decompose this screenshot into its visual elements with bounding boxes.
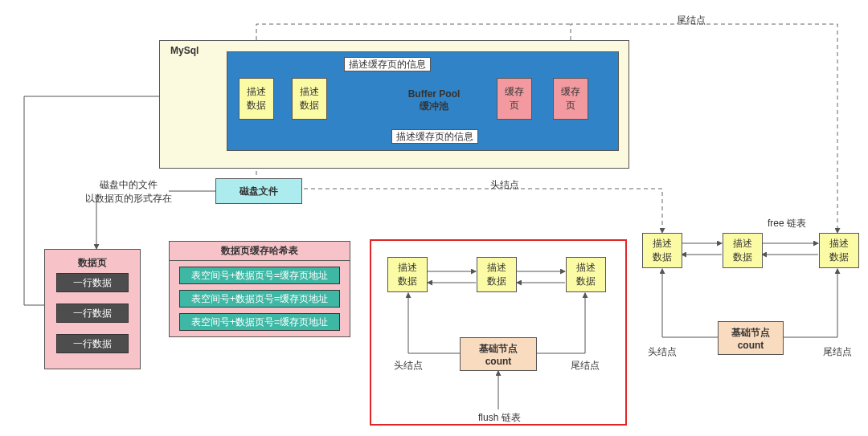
buffer-pool-title: Buffer Pool 缓冲池 xyxy=(370,84,498,116)
flush-base-node: 基础节点 count xyxy=(460,337,537,371)
disk-file-box: 磁盘文件 xyxy=(215,178,302,204)
flush-desc-2: 描述 数据 xyxy=(477,257,517,292)
mysql-title: MySql xyxy=(170,45,199,56)
desc-info-bottom: 描述缓存页的信息 xyxy=(391,129,478,144)
flush-base-node-l1: 基础节点 xyxy=(479,342,518,356)
hash-entry-1: 表空间号+数据页号=缓存页地址 xyxy=(179,267,340,284)
data-page-title: 数据页 xyxy=(78,256,107,270)
flush-tail-label: 尾结点 xyxy=(571,359,600,373)
head-node-label: 头结点 xyxy=(490,178,519,192)
desc-data-2: 描述 数据 xyxy=(292,78,327,120)
data-row-1: 一行数据 xyxy=(56,273,129,292)
flush-head-label: 头结点 xyxy=(394,359,423,373)
cache-page-1: 缓存 页 xyxy=(497,78,532,120)
free-base-node: 基础节点 count xyxy=(718,321,784,355)
hash-entry-2: 表空间号+数据页号=缓存页地址 xyxy=(179,290,340,308)
hash-entry-3: 表空间号+数据页号=缓存页地址 xyxy=(179,313,340,331)
hash-table-body: 表空间号+数据页号=缓存页地址 表空间号+数据页号=缓存页地址 表空间号+数据页… xyxy=(169,261,350,337)
desc-data-1: 描述 数据 xyxy=(239,78,274,120)
free-tail-label: 尾结点 xyxy=(823,345,852,359)
desc-info-top: 描述缓存页的信息 xyxy=(344,57,431,71)
flush-desc-3: 描述 数据 xyxy=(566,257,606,292)
hash-table-title: 数据页缓存哈希表 xyxy=(169,241,350,261)
data-row-2: 一行数据 xyxy=(56,304,129,323)
disk-note-line2: 以数据页的形式存在 xyxy=(85,192,172,206)
free-base-node-l1: 基础节点 xyxy=(731,326,770,340)
data-row-3: 一行数据 xyxy=(56,334,129,353)
flush-base-node-l2: count xyxy=(485,356,512,367)
disk-note: 磁盘中的文件 以数据页的形式存在 xyxy=(80,178,177,206)
free-desc-3: 描述 数据 xyxy=(819,233,859,268)
flush-list-label: flush 链表 xyxy=(478,411,521,425)
buffer-pool-title-cn: 缓冲池 xyxy=(420,100,448,113)
tail-node-label: 尾结点 xyxy=(677,14,706,27)
free-head-label: 头结点 xyxy=(648,345,677,359)
flush-desc-1: 描述 数据 xyxy=(387,257,428,292)
cache-page-2: 缓存 页 xyxy=(553,78,588,120)
disk-note-line1: 磁盘中的文件 xyxy=(100,178,158,192)
free-list-label: free 链表 xyxy=(768,217,806,230)
free-desc-1: 描述 数据 xyxy=(642,233,682,268)
free-desc-2: 描述 数据 xyxy=(723,233,763,268)
buffer-pool-title-en: Buffer Pool xyxy=(408,88,461,100)
free-base-node-l2: count xyxy=(738,340,764,351)
